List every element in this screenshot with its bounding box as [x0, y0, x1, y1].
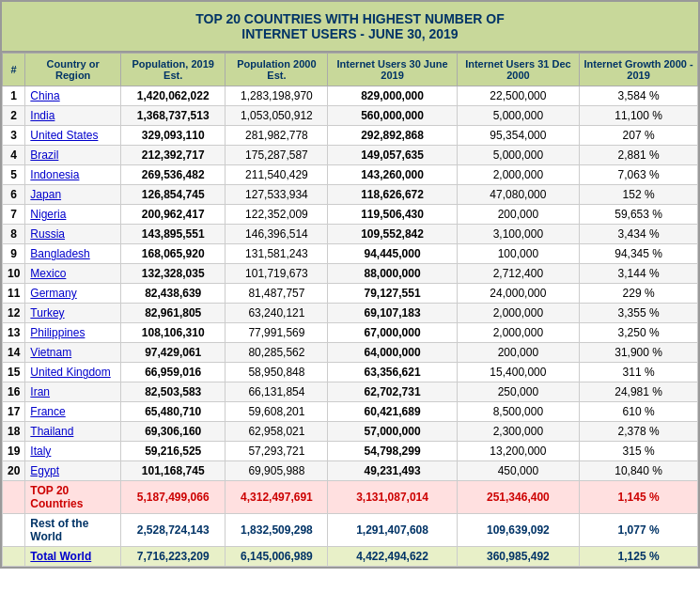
cell-rest-pop2000: 1,832,509,298 — [226, 514, 328, 547]
cell-country[interactable]: Thailand — [25, 422, 121, 442]
cell-country[interactable]: Turkey — [25, 304, 121, 323]
cell-world-users2019: 4,422,494,622 — [328, 547, 457, 567]
cell-top20-pop2019: 5,187,499,066 — [121, 481, 226, 514]
col-header-pop2000: Population 2000 Est. — [226, 54, 328, 86]
cell-top20-empty — [3, 481, 25, 514]
country-link[interactable]: United States — [30, 129, 98, 142]
cell-country[interactable]: Bangladesh — [25, 244, 121, 264]
cell-num: 16 — [3, 382, 25, 402]
cell-pop2019: 269,536,482 — [121, 165, 226, 185]
cell-num: 6 — [3, 185, 25, 205]
cell-growth: 311 % — [580, 363, 698, 382]
country-link[interactable]: Italy — [30, 445, 51, 458]
cell-country[interactable]: Japan — [25, 185, 121, 205]
cell-num: 20 — [3, 461, 25, 481]
cell-pop2019: 82,503,583 — [121, 382, 226, 402]
cell-country[interactable]: Italy — [25, 442, 121, 461]
cell-growth: 610 % — [580, 402, 698, 422]
cell-growth: 207 % — [580, 126, 698, 146]
table-row: 8Russia143,895,551146,396,514109,552,842… — [3, 225, 698, 244]
country-link[interactable]: Philippines — [30, 326, 85, 339]
cell-top20-label: TOP 20 Countries — [25, 481, 121, 514]
cell-growth: 7,063 % — [580, 165, 698, 185]
cell-pop2019: 132,328,035 — [121, 264, 226, 284]
country-link[interactable]: Iran — [30, 385, 50, 398]
cell-users2000: 13,200,000 — [457, 442, 580, 461]
cell-users2000: 2,000,000 — [457, 304, 580, 323]
table-row: 6Japan126,854,745127,533,934118,626,6724… — [3, 185, 698, 205]
table-row: 12Turkey82,961,80563,240,12169,107,1832,… — [3, 304, 698, 323]
cell-world-label[interactable]: Total World — [25, 547, 121, 567]
cell-pop2000: 131,581,243 — [226, 244, 328, 264]
col-header-growth: Internet Growth 2000 - 2019 — [580, 54, 698, 86]
country-link[interactable]: Russia — [30, 227, 65, 241]
cell-pop2000: 127,533,934 — [226, 185, 328, 205]
cell-users2019: 88,000,000 — [328, 264, 457, 284]
table-row: 4Brazil212,392,717175,287,587149,057,635… — [3, 146, 698, 165]
country-link[interactable]: Thailand — [30, 425, 73, 438]
cell-country[interactable]: Philippines — [25, 323, 121, 343]
country-link[interactable]: Indonesia — [30, 168, 79, 181]
cell-country[interactable]: United Kingdom — [25, 363, 121, 382]
cell-pop2019: 143,895,551 — [121, 225, 226, 244]
cell-num: 13 — [3, 323, 25, 343]
col-header-country: Country or Region — [25, 54, 121, 86]
country-link[interactable]: Brazil — [30, 148, 58, 162]
table-row: 17France65,480,71059,608,20160,421,6898,… — [3, 402, 698, 422]
cell-country[interactable]: Nigeria — [25, 205, 121, 225]
cell-users2000: 2,300,000 — [457, 422, 580, 442]
cell-country[interactable]: Indonesia — [25, 165, 121, 185]
country-link[interactable]: France — [30, 405, 65, 418]
country-link[interactable]: Turkey — [30, 306, 64, 320]
cell-country[interactable]: United States — [25, 126, 121, 146]
country-link[interactable]: India — [30, 109, 54, 122]
cell-top20-growth: 1,145 % — [580, 481, 698, 514]
cell-users2000: 2,000,000 — [457, 323, 580, 343]
cell-country[interactable]: Mexico — [25, 264, 121, 284]
cell-users2019: 63,356,621 — [328, 363, 457, 382]
cell-pop2000: 175,287,587 — [226, 146, 328, 165]
country-link[interactable]: Bangladesh — [30, 247, 89, 260]
country-link[interactable]: Vietnam — [30, 346, 71, 359]
cell-country[interactable]: Vietnam — [25, 343, 121, 363]
country-link[interactable]: United Kingdom — [30, 366, 110, 379]
main-container: TOP 20 COUNTRIES WITH HIGHEST NUMBER OF … — [0, 0, 700, 569]
cell-users2019: 149,057,635 — [328, 146, 457, 165]
cell-country[interactable]: Russia — [25, 225, 121, 244]
country-link[interactable]: China — [30, 89, 59, 102]
cell-rest-empty — [3, 514, 25, 547]
cell-pop2000: 81,487,757 — [226, 284, 328, 304]
cell-country[interactable]: Germany — [25, 284, 121, 304]
cell-pop2019: 69,306,160 — [121, 422, 226, 442]
table-row: 16Iran82,503,58366,131,85462,702,731250,… — [3, 382, 698, 402]
cell-num: 3 — [3, 126, 25, 146]
cell-num: 14 — [3, 343, 25, 363]
cell-users2019: 54,798,299 — [328, 442, 457, 461]
country-link[interactable]: Egypt — [30, 464, 59, 477]
country-link[interactable]: Nigeria — [30, 208, 66, 221]
cell-country[interactable]: Brazil — [25, 146, 121, 165]
cell-users2019: 69,107,183 — [328, 304, 457, 323]
country-link[interactable]: Germany — [30, 287, 76, 300]
table-row: 5Indonesia269,536,482211,540,429143,260,… — [3, 165, 698, 185]
cell-country[interactable]: India — [25, 106, 121, 126]
cell-num: 2 — [3, 106, 25, 126]
cell-users2000: 5,000,000 — [457, 146, 580, 165]
cell-pop2000: 62,958,021 — [226, 422, 328, 442]
country-link[interactable]: Japan — [30, 188, 61, 201]
world-link[interactable]: Total World — [30, 550, 91, 563]
cell-pop2000: 59,608,201 — [226, 402, 328, 422]
cell-country[interactable]: Egypt — [25, 461, 121, 481]
cell-num: 1 — [3, 86, 25, 106]
table-row: 20Egypt101,168,74569,905,98849,231,49345… — [3, 461, 698, 481]
cell-pop2019: 82,438,639 — [121, 284, 226, 304]
cell-country[interactable]: France — [25, 402, 121, 422]
cell-pop2000: 80,285,562 — [226, 343, 328, 363]
cell-users2019: 118,626,672 — [328, 185, 457, 205]
cell-users2000: 2,712,400 — [457, 264, 580, 284]
cell-country[interactable]: Iran — [25, 382, 121, 402]
cell-country[interactable]: China — [25, 86, 121, 106]
cell-users2019: 292,892,868 — [328, 126, 457, 146]
country-link[interactable]: Mexico — [30, 267, 66, 280]
cell-users2019: 829,000,000 — [328, 86, 457, 106]
